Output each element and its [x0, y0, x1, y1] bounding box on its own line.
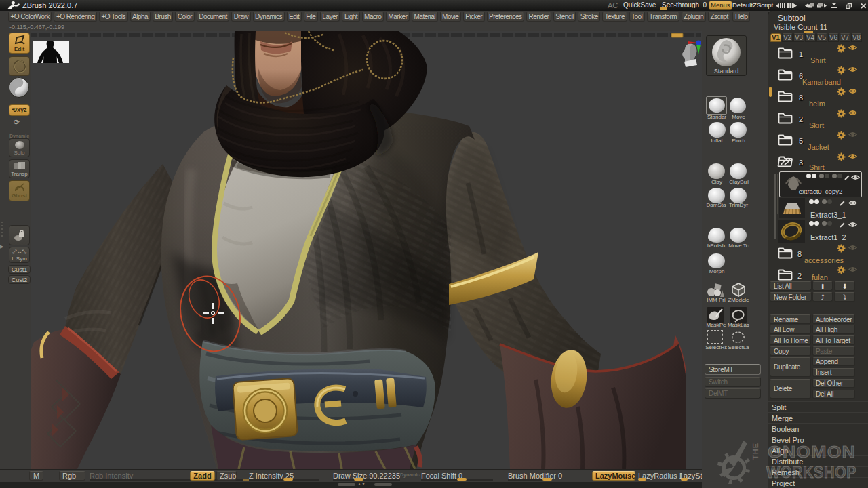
- svg-text:GNOMON: GNOMON: [768, 443, 856, 461]
- svg-text:WORKSHOP: WORKSHOP: [766, 464, 856, 481]
- svg-text:THE: THE: [751, 443, 760, 460]
